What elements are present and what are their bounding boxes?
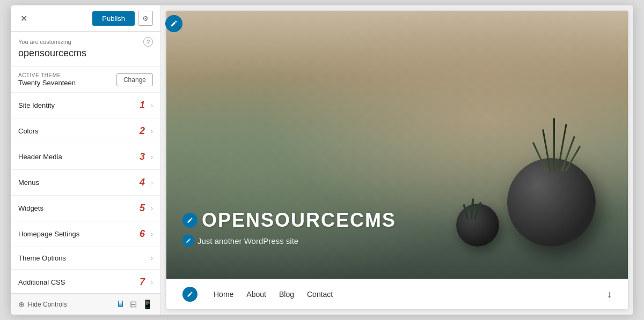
menu-item-right: 6 › [137,228,153,240]
change-theme-button[interactable]: Change [116,73,153,86]
chevron-right-icon: › [151,102,153,109]
scroll-down-icon[interactable]: ↓ [607,289,612,300]
menu-item-number: 6 [137,228,148,240]
site-subtitle-text: Just another WordPress site [197,236,298,245]
menu-item-right: 2 › [137,125,153,137]
menu-item[interactable]: Widgets 5 › [11,196,160,221]
hero-pencil-icon[interactable] [182,213,197,228]
tablet-view-icon[interactable]: ⊟ [130,299,137,309]
menu-item-left: Site Identity [18,101,55,109]
menu-item-left: Additional CSS [18,278,65,286]
menu-item-label: Site Identity [18,101,55,109]
menu-item-left: Header Media [18,153,62,161]
close-button[interactable]: ✕ [18,13,30,24]
hero-overlay: OPENSOURCECMS Just another WordPress sit… [182,209,396,247]
customizer-window: ✕ Publish ⚙ You are customizing ? openso… [11,5,633,315]
customizing-text: You are customizing [18,39,71,45]
publish-area: Publish ⚙ [92,11,153,26]
sidebar-header: ✕ Publish ⚙ [11,5,160,32]
menu-item[interactable]: Menus 4 › [11,170,160,196]
preview-area: OPENSOURCECMS Just another WordPress sit… [161,5,633,315]
menu-item-label: Header Media [18,153,62,161]
theme-name: Twenty Seventeen [18,79,76,87]
menu-item-number: 3 [137,151,148,162]
nav-links: HomeAboutBlogContact [214,290,591,299]
pencil-icon-hero [187,217,193,224]
pencil-icon-subtitle [186,238,191,243]
chevron-right-icon: › [151,128,153,135]
menu-item[interactable]: Colors 2 › [11,118,160,144]
theme-info: Active theme Twenty Seventeen [18,72,76,87]
hide-controls-label: Hide Controls [28,301,67,308]
chevron-right-icon: › [151,153,153,161]
main-content: ✕ Publish ⚙ You are customizing ? openso… [11,5,633,315]
menu-item-number: 4 [137,177,148,188]
chevron-right-icon: › [151,255,153,262]
menu-item-label: Menus [18,178,39,187]
customizing-section: You are customizing ? opensourcecms [11,32,160,67]
menu-item[interactable]: Additional CSS 7 › [11,270,160,293]
sidebar: ✕ Publish ⚙ You are customizing ? openso… [11,5,161,315]
site-title-text: OPENSOURCECMS [202,209,396,232]
menu-item[interactable]: Site Identity 1 › [11,93,160,118]
menu-item-number: 5 [137,203,148,214]
gear-button[interactable]: ⚙ [138,11,153,26]
menu-item[interactable]: Theme Options › [11,247,160,270]
menu-item-label: Additional CSS [18,278,65,286]
help-icon[interactable]: ? [143,37,153,47]
chevron-right-icon: › [151,279,153,286]
preview-frame: OPENSOURCECMS Just another WordPress sit… [166,11,628,309]
menu-item-left: Menus [18,178,39,187]
theme-section: Active theme Twenty Seventeen Change [11,67,160,93]
menu-list: Site Identity 1 › Colors 2 › Header Medi… [11,93,160,293]
hero-subtitle: Just another WordPress site [182,235,396,247]
menu-item-number: 1 [137,100,148,111]
menu-item-label: Homepage Settings [18,230,79,238]
menu-item-left: Homepage Settings [18,230,79,238]
nav-link[interactable]: Contact [307,290,333,299]
hero-subtitle-pencil-icon[interactable] [182,235,194,247]
publish-button[interactable]: Publish [92,11,135,26]
customizing-label: You are customizing ? [18,37,153,47]
nav-link[interactable]: Blog [279,290,294,299]
site-name: opensourcecms [18,48,153,59]
pencil-circle-preview[interactable] [165,15,182,32]
nav-pencil-icon[interactable] [182,287,197,302]
menu-item-right: 1 › [137,100,153,111]
sidebar-footer: ⊕ Hide Controls 🖥 ⊟ 📱 [11,293,160,315]
hero-section: OPENSOURCECMS Just another WordPress sit… [166,11,628,279]
menu-item-right: 5 › [137,203,153,214]
device-icons: 🖥 ⊟ 📱 [116,299,153,309]
desktop-view-icon[interactable]: 🖥 [116,299,125,309]
menu-item-number: 2 [137,125,148,137]
menu-item[interactable]: Homepage Settings 6 › [11,221,160,247]
hide-controls-button[interactable]: ⊕ Hide Controls [18,300,67,309]
menu-item-left: Colors [18,127,39,135]
hide-controls-icon: ⊕ [18,300,25,309]
nav-link[interactable]: About [246,290,266,299]
hero-title: OPENSOURCECMS [182,209,396,232]
menu-item-label: Theme Options [18,254,66,262]
plant-leaves [546,118,566,172]
chevron-right-icon: › [151,230,153,238]
menu-item-right: › [151,255,153,262]
menu-item-right: 3 › [137,151,153,162]
plant-pot-2 [456,204,499,247]
menu-item-label: Widgets [18,204,43,212]
menu-item-number: 7 [137,277,148,288]
nav-link[interactable]: Home [214,290,233,299]
site-nav: HomeAboutBlogContact ↓ [166,279,628,309]
menu-item-right: 4 › [137,177,153,188]
pencil-icon-nav [187,291,193,297]
chevron-right-icon: › [151,205,153,212]
theme-label: Active theme [18,72,76,78]
menu-item-left: Widgets [18,204,43,212]
mobile-view-icon[interactable]: 📱 [142,299,153,309]
menu-item-label: Colors [18,127,39,135]
menu-item-left: Theme Options [18,254,66,262]
menu-item[interactable]: Header Media 3 › [11,144,160,170]
chevron-right-icon: › [151,179,153,187]
menu-item-right: 7 › [137,277,153,288]
pencil-icon [170,20,178,27]
